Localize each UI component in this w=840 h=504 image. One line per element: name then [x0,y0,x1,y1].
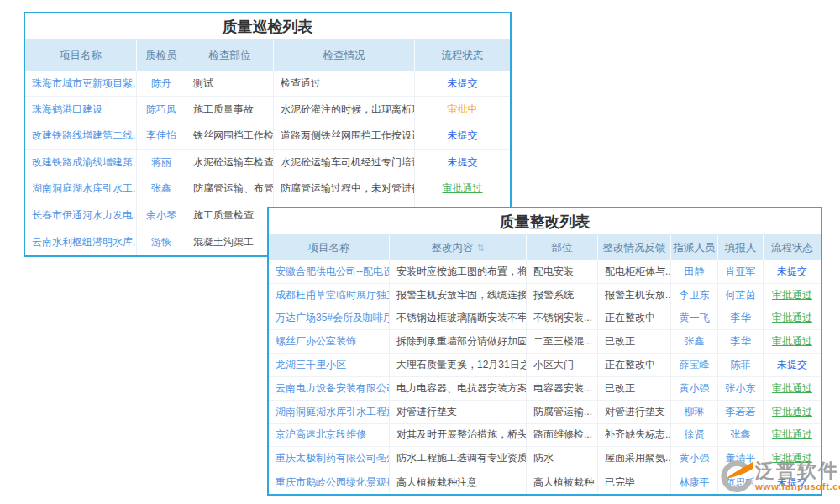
project-link[interactable]: 改建铁路成渝线增建第... [25,150,137,175]
table-row: 湖南洞庭湖水库引水工程施工标对管进行垫支防腐管运输...对管进行垫支柳琳李若若审… [269,401,821,424]
assignee-link[interactable]: 黄小强 [671,447,718,470]
assignee-link[interactable]: 柳琳 [671,401,718,423]
reporter-link[interactable]: 何芷茵 [718,284,764,307]
fanpu-logo-icon [718,459,753,495]
part-cell: 配电安装 [527,260,598,283]
project-link[interactable]: 湖南洞庭湖水库引水工... [25,176,137,202]
reporter-link[interactable]: 张小东 [718,377,764,400]
reporter-link[interactable]: 李华 [718,307,764,330]
inspector-link[interactable]: 张鑫 [137,176,186,202]
project-link[interactable]: 云南电力设备安装有限公司20... [269,377,390,400]
rectification-table-header: 项目名称整改内容⇅部位整改情况反馈指派人员填报人流程状态 [269,235,821,260]
part-cell: 施工质量检查 [186,202,274,228]
feedback-cell: 已完毕 [598,470,671,494]
table-row: 珠海鹤港口建设陈巧凤施工质量事故水泥砼灌注的时候，出现离析现象审批中 [25,97,510,123]
rectification-table-title: 质量整改列表 [269,208,821,235]
feedback-cell: 已改正 [598,330,671,353]
reporter-link[interactable]: 肖亚军 [718,260,764,283]
table-row: 螺丝厂办公室装饰拆除到承重墙部分请做好加固...二至三楼混...已改正张鑫李华审… [269,330,821,354]
inspector-link[interactable]: 余小琴 [137,202,186,228]
part-cell: 不锈钢安装... [527,307,598,330]
inspector-link[interactable]: 李佳怡 [137,123,186,149]
column-header-label: 整改情况反馈 [603,241,666,255]
reporter-link[interactable]: 李若若 [718,401,764,423]
project-link[interactable]: 珠海市城市更新项目紫... [25,71,137,96]
reporter-link[interactable]: 张鑫 [718,424,764,447]
assignee-link[interactable]: 徐贤 [671,424,718,447]
reporter-link[interactable]: 陈菲 [718,354,764,376]
status-text[interactable]: 审批通过 [764,424,821,447]
status-text[interactable]: 审批通过 [764,307,821,330]
fanpu-logo-textblock: 泛普软件 www.fanpusoft.com [755,459,840,491]
assignee-link[interactable]: 林康平 [671,470,718,494]
project-link[interactable]: 龙湖三千里小区 [269,354,390,376]
part-cell: 路面维修检... [527,424,598,447]
part-cell: 施工质量事故 [186,97,274,122]
situation-cell: 水泥砼运输车司机经过专门培训... [274,150,415,175]
project-link[interactable]: 改建铁路线增建第二线... [25,123,137,149]
column-header-label: 项目名称 [308,241,350,255]
status-text[interactable]: 审批通过 [764,401,821,423]
column-header-label: 项目名称 [60,49,102,63]
project-link[interactable]: 长春市伊通河水力发电... [25,202,137,228]
reporter-link[interactable]: 李华 [718,330,764,353]
status-text[interactable]: 审批通过 [415,176,510,202]
fanpu-logo: 泛普软件 www.fanpusoft.com [718,459,840,495]
project-link[interactable]: 成都杜甫草堂临时展厅独立展... [269,284,390,307]
column-header-label: 部位 [552,241,573,255]
content-cell: 拆除到承重墙部分请做好加固... [390,330,527,353]
content-cell: 报警主机安放牢固，线缆连接... [390,284,527,307]
rectification-table: 质量整改列表 项目名称整改内容⇅部位整改情况反馈指派人员填报人流程状态 安徽合肥… [267,207,822,496]
rectification-table-column-header: 填报人 [718,235,764,260]
inspector-link[interactable]: 陈巧凤 [137,97,186,122]
rectification-table-column-header: 流程状态 [764,235,821,260]
assignee-link[interactable]: 李卫东 [671,284,718,307]
project-link[interactable]: 湖南洞庭湖水库引水工程施工标 [269,401,390,423]
status-text: 未提交 [764,260,821,283]
column-header-label: 检查情况 [323,49,365,63]
inspection-table-column-header: 流程状态 [415,40,510,71]
situation-cell: 水泥砼灌注的时候，出现离析现象 [274,97,415,122]
inspector-link[interactable]: 蒋丽 [137,150,186,175]
table-row: 珠海市城市更新项目紫...陈丹测试检查通过未提交 [25,71,510,97]
situation-cell: 防腐管运输过程中，未对管进行... [274,176,415,202]
inspector-link[interactable]: 游恢 [137,228,186,255]
assignee-link[interactable]: 黄小强 [671,377,718,400]
inspection-table-column-header: 检查部位 [186,40,274,71]
status-text[interactable]: 审批通过 [764,284,821,307]
project-link[interactable]: 万达广场35#会所及咖啡厅空... [269,307,390,330]
assignee-link[interactable]: 田静 [671,260,718,283]
feedback-cell: 已改正 [598,377,671,400]
assignee-link[interactable]: 黄一飞 [671,307,718,330]
assignee-link[interactable]: 薛宝峰 [671,354,718,376]
situation-cell: 检查通过 [274,71,415,96]
content-cell: 对管进行垫支 [390,401,527,423]
project-link[interactable]: 螺丝厂办公室装饰 [269,330,390,353]
project-link[interactable]: 重庆太极制药有限公司亳州中... [269,447,390,470]
status-text[interactable]: 审批通过 [764,330,821,353]
column-header-label: 指派人员 [674,241,716,255]
content-cell: 大理石质量更换，12月31日之... [390,354,527,376]
project-link[interactable]: 重庆市鹅岭公园绿化景观提升... [269,470,390,494]
inspector-link[interactable]: 陈丹 [137,71,186,96]
assignee-link[interactable]: 张鑫 [671,330,718,353]
column-header-label: 流程状态 [771,241,813,255]
part-cell: 防腐管运输... [527,401,598,423]
table-row: 成都杜甫草堂临时展厅独立展...报警主机安放牢固，线缆连接...报警系统报警主机… [269,284,821,307]
content-cell: 电力电容器、电抗器安装方案,... [390,377,527,400]
column-header-label: 质检员 [145,49,177,63]
sort-icon[interactable]: ⇅ [476,244,484,253]
status-text[interactable]: 审批通过 [764,377,821,400]
inspection-table-column-header: 检查情况 [274,40,415,71]
status-text: 未提交 [415,71,510,96]
table-row: 安徽合肥供电公司--配电设备...安装时应按施工图的布置，将...配电安装配电柜… [269,260,821,284]
feedback-cell: 对管进行垫支 [598,401,671,423]
part-cell: 水泥砼运输车检查 [186,150,274,175]
project-link[interactable]: 云南水利枢纽潜明水库... [25,228,137,255]
project-link[interactable]: 京沪高速北京段维修 [269,424,390,447]
table-row: 改建铁路成渝线增建第...蒋丽水泥砼运输车检查水泥砼运输车司机经过专门培训...… [25,150,510,176]
part-cell: 高大植被栽种 [527,470,598,494]
inspection-table-column-header: 项目名称 [25,40,137,71]
project-link[interactable]: 安徽合肥供电公司--配电设备... [269,260,390,283]
project-link[interactable]: 珠海鹤港口建设 [25,97,137,122]
